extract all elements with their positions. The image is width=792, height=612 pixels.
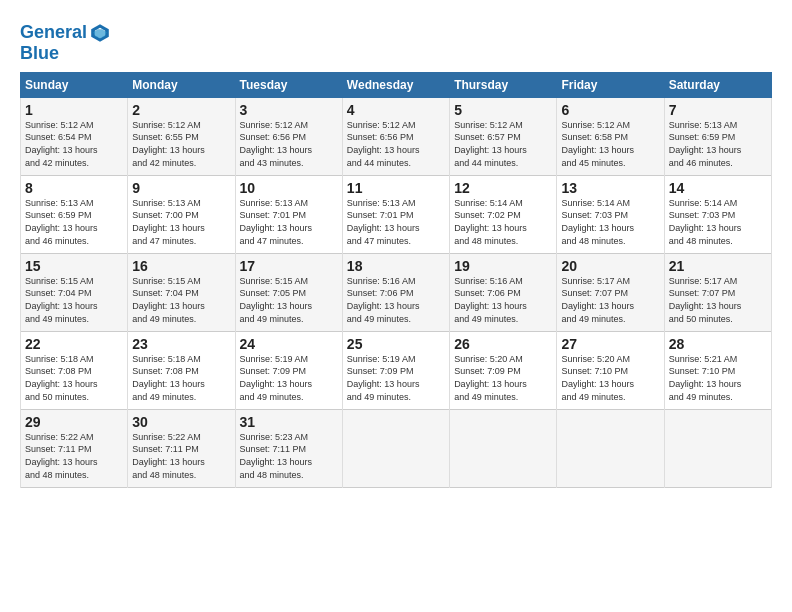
day-info: Sunrise: 5:19 AMSunset: 7:09 PMDaylight:… [240,354,313,402]
day-cell: 10Sunrise: 5:13 AMSunset: 7:01 PMDayligh… [235,175,342,253]
day-info: Sunrise: 5:14 AMSunset: 7:02 PMDaylight:… [454,198,527,246]
day-cell: 6Sunrise: 5:12 AMSunset: 6:58 PMDaylight… [557,97,664,175]
day-number: 16 [132,258,230,274]
day-cell: 7Sunrise: 5:13 AMSunset: 6:59 PMDaylight… [664,97,771,175]
logo: General Blue [20,22,111,64]
day-number: 19 [454,258,552,274]
day-info: Sunrise: 5:17 AMSunset: 7:07 PMDaylight:… [669,276,742,324]
day-cell: 16Sunrise: 5:15 AMSunset: 7:04 PMDayligh… [128,253,235,331]
day-number: 18 [347,258,445,274]
day-cell: 4Sunrise: 5:12 AMSunset: 6:56 PMDaylight… [342,97,449,175]
day-info: Sunrise: 5:22 AMSunset: 7:11 PMDaylight:… [25,432,98,480]
day-info: Sunrise: 5:18 AMSunset: 7:08 PMDaylight:… [25,354,98,402]
page: General Blue SundayMondayTuesdayWednesda… [0,0,792,498]
logo-line1: General [20,22,111,44]
day-info: Sunrise: 5:15 AMSunset: 7:05 PMDaylight:… [240,276,313,324]
day-number: 28 [669,336,767,352]
day-number: 10 [240,180,338,196]
day-cell: 19Sunrise: 5:16 AMSunset: 7:06 PMDayligh… [450,253,557,331]
day-info: Sunrise: 5:16 AMSunset: 7:06 PMDaylight:… [347,276,420,324]
day-info: Sunrise: 5:13 AMSunset: 6:59 PMDaylight:… [669,120,742,168]
day-number: 3 [240,102,338,118]
day-cell: 3Sunrise: 5:12 AMSunset: 6:56 PMDaylight… [235,97,342,175]
day-info: Sunrise: 5:12 AMSunset: 6:56 PMDaylight:… [240,120,313,168]
day-info: Sunrise: 5:12 AMSunset: 6:55 PMDaylight:… [132,120,205,168]
day-cell [342,409,449,487]
day-info: Sunrise: 5:13 AMSunset: 7:00 PMDaylight:… [132,198,205,246]
day-number: 13 [561,180,659,196]
week-row-1: 1Sunrise: 5:12 AMSunset: 6:54 PMDaylight… [21,97,772,175]
day-number: 7 [669,102,767,118]
day-info: Sunrise: 5:12 AMSunset: 6:56 PMDaylight:… [347,120,420,168]
day-cell [557,409,664,487]
day-cell: 12Sunrise: 5:14 AMSunset: 7:02 PMDayligh… [450,175,557,253]
day-cell: 26Sunrise: 5:20 AMSunset: 7:09 PMDayligh… [450,331,557,409]
day-cell: 15Sunrise: 5:15 AMSunset: 7:04 PMDayligh… [21,253,128,331]
day-cell: 22Sunrise: 5:18 AMSunset: 7:08 PMDayligh… [21,331,128,409]
header-cell-saturday: Saturday [664,72,771,97]
day-number: 22 [25,336,123,352]
day-cell: 17Sunrise: 5:15 AMSunset: 7:05 PMDayligh… [235,253,342,331]
header-row: SundayMondayTuesdayWednesdayThursdayFrid… [21,72,772,97]
day-number: 12 [454,180,552,196]
day-info: Sunrise: 5:18 AMSunset: 7:08 PMDaylight:… [132,354,205,402]
header-cell-sunday: Sunday [21,72,128,97]
day-number: 26 [454,336,552,352]
day-number: 4 [347,102,445,118]
day-number: 11 [347,180,445,196]
day-number: 8 [25,180,123,196]
day-info: Sunrise: 5:21 AMSunset: 7:10 PMDaylight:… [669,354,742,402]
day-info: Sunrise: 5:15 AMSunset: 7:04 PMDaylight:… [25,276,98,324]
day-number: 31 [240,414,338,430]
day-info: Sunrise: 5:19 AMSunset: 7:09 PMDaylight:… [347,354,420,402]
day-info: Sunrise: 5:22 AMSunset: 7:11 PMDaylight:… [132,432,205,480]
day-info: Sunrise: 5:13 AMSunset: 7:01 PMDaylight:… [240,198,313,246]
week-row-4: 22Sunrise: 5:18 AMSunset: 7:08 PMDayligh… [21,331,772,409]
day-cell: 1Sunrise: 5:12 AMSunset: 6:54 PMDaylight… [21,97,128,175]
day-cell: 11Sunrise: 5:13 AMSunset: 7:01 PMDayligh… [342,175,449,253]
day-info: Sunrise: 5:20 AMSunset: 7:09 PMDaylight:… [454,354,527,402]
day-cell: 14Sunrise: 5:14 AMSunset: 7:03 PMDayligh… [664,175,771,253]
day-number: 23 [132,336,230,352]
day-number: 6 [561,102,659,118]
day-cell: 5Sunrise: 5:12 AMSunset: 6:57 PMDaylight… [450,97,557,175]
logo-line2: Blue [20,44,111,64]
calendar-table: SundayMondayTuesdayWednesdayThursdayFrid… [20,72,772,488]
day-cell: 28Sunrise: 5:21 AMSunset: 7:10 PMDayligh… [664,331,771,409]
week-row-3: 15Sunrise: 5:15 AMSunset: 7:04 PMDayligh… [21,253,772,331]
day-info: Sunrise: 5:13 AMSunset: 6:59 PMDaylight:… [25,198,98,246]
week-row-2: 8Sunrise: 5:13 AMSunset: 6:59 PMDaylight… [21,175,772,253]
day-number: 15 [25,258,123,274]
day-number: 21 [669,258,767,274]
day-info: Sunrise: 5:13 AMSunset: 7:01 PMDaylight:… [347,198,420,246]
day-info: Sunrise: 5:20 AMSunset: 7:10 PMDaylight:… [561,354,634,402]
day-info: Sunrise: 5:12 AMSunset: 6:54 PMDaylight:… [25,120,98,168]
day-cell: 29Sunrise: 5:22 AMSunset: 7:11 PMDayligh… [21,409,128,487]
day-cell: 9Sunrise: 5:13 AMSunset: 7:00 PMDaylight… [128,175,235,253]
day-cell: 2Sunrise: 5:12 AMSunset: 6:55 PMDaylight… [128,97,235,175]
day-number: 30 [132,414,230,430]
header-cell-wednesday: Wednesday [342,72,449,97]
day-number: 14 [669,180,767,196]
day-cell: 18Sunrise: 5:16 AMSunset: 7:06 PMDayligh… [342,253,449,331]
day-cell: 31Sunrise: 5:23 AMSunset: 7:11 PMDayligh… [235,409,342,487]
day-cell: 25Sunrise: 5:19 AMSunset: 7:09 PMDayligh… [342,331,449,409]
day-info: Sunrise: 5:12 AMSunset: 6:58 PMDaylight:… [561,120,634,168]
day-cell: 30Sunrise: 5:22 AMSunset: 7:11 PMDayligh… [128,409,235,487]
day-number: 20 [561,258,659,274]
day-info: Sunrise: 5:15 AMSunset: 7:04 PMDaylight:… [132,276,205,324]
day-number: 9 [132,180,230,196]
day-cell: 24Sunrise: 5:19 AMSunset: 7:09 PMDayligh… [235,331,342,409]
day-cell: 23Sunrise: 5:18 AMSunset: 7:08 PMDayligh… [128,331,235,409]
day-cell: 21Sunrise: 5:17 AMSunset: 7:07 PMDayligh… [664,253,771,331]
day-cell [664,409,771,487]
day-number: 29 [25,414,123,430]
day-cell [450,409,557,487]
day-number: 1 [25,102,123,118]
day-info: Sunrise: 5:14 AMSunset: 7:03 PMDaylight:… [561,198,634,246]
day-info: Sunrise: 5:14 AMSunset: 7:03 PMDaylight:… [669,198,742,246]
day-number: 24 [240,336,338,352]
day-cell: 13Sunrise: 5:14 AMSunset: 7:03 PMDayligh… [557,175,664,253]
day-cell: 8Sunrise: 5:13 AMSunset: 6:59 PMDaylight… [21,175,128,253]
header-cell-monday: Monday [128,72,235,97]
